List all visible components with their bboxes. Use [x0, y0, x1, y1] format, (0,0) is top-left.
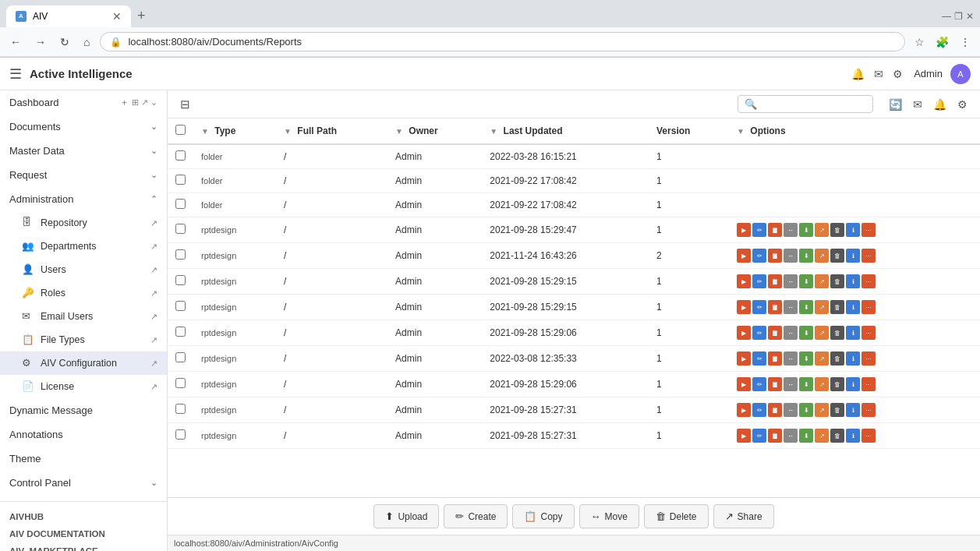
row-checkbox-cell[interactable] — [168, 346, 193, 372]
select-all-checkbox[interactable] — [175, 125, 186, 135]
opt-icon-1[interactable]: ▶ — [737, 326, 751, 340]
opt-icon-5[interactable]: ⬇ — [799, 223, 813, 237]
toolbar-alert-btn[interactable]: 🔔 — [930, 97, 950, 112]
table-row[interactable]: folder / Admin 2021-09-22 17:08:42 1 — [168, 193, 980, 217]
row-checkbox-cell[interactable] — [168, 144, 193, 169]
opt-icon-1[interactable]: ▶ — [737, 249, 751, 263]
table-row[interactable]: rptdesign / Admin 2021-09-28 15:27:31 1 … — [168, 423, 980, 449]
opt-icon-8[interactable]: ℹ — [846, 274, 860, 288]
sidebar-item-administration[interactable]: Administration ⌃ — [0, 187, 167, 211]
maximize-btn[interactable]: ❐ — [954, 11, 963, 22]
opt-icon-1[interactable]: ▶ — [737, 223, 751, 237]
sidebar-sub-item-license[interactable]: 📄 License ↗ — [0, 375, 167, 398]
opt-icon-4[interactable]: ↔ — [784, 274, 798, 288]
toolbar-settings-btn[interactable]: ⚙ — [954, 97, 971, 112]
table-row[interactable]: rptdesign / Admin 2021-09-28 15:29:15 1 … — [168, 295, 980, 320]
opt-icon-2[interactable]: ✏ — [752, 223, 766, 237]
opt-icon-2[interactable]: ✏ — [752, 351, 766, 366]
opt-icon-7[interactable]: 🗑 — [830, 223, 844, 237]
filter-btn[interactable]: ⊟ — [177, 96, 193, 113]
opt-icon-9[interactable]: ⋯ — [861, 326, 876, 340]
sidebar-bottom-aiv-docs[interactable]: AIV DOCUMENTATION — [0, 525, 167, 542]
opt-icon-7[interactable]: 🗑 — [830, 274, 844, 288]
table-row[interactable]: rptdesign / Admin 2022-03-08 12:35:33 1 … — [168, 346, 980, 372]
opt-icon-3[interactable]: 📋 — [768, 249, 782, 263]
sidebar-bottom-aiv-marketplace[interactable]: AIV_MARKETPLACE — [0, 542, 167, 551]
opt-icon-4[interactable]: ↔ — [784, 351, 798, 366]
opt-icon-3[interactable]: 📋 — [768, 377, 782, 391]
opt-icon-7[interactable]: 🗑 — [830, 249, 844, 263]
table-row[interactable]: rptdesign / Admin 2021-09-28 15:29:47 1 … — [168, 217, 980, 243]
opt-icon-4[interactable]: ↔ — [784, 429, 798, 443]
table-row[interactable]: rptdesign / Admin 2021-09-28 15:29:15 1 … — [168, 269, 980, 295]
notification-btn[interactable]: 🔔 — [848, 66, 868, 82]
upload-btn[interactable]: ⬆ Upload — [373, 504, 439, 528]
row-checkbox[interactable] — [175, 224, 186, 234]
delete-btn[interactable]: 🗑 Delete — [644, 504, 709, 528]
sidebar-sub-item-aiv-configuration[interactable]: ⚙ AIV Configuration ↗ — [0, 351, 167, 375]
opt-icon-7[interactable]: 🗑 — [830, 377, 844, 391]
opt-icon-6[interactable]: ↗ — [815, 223, 829, 237]
opt-icon-8[interactable]: ℹ — [846, 429, 860, 443]
settings-btn[interactable]: ⚙ — [890, 66, 906, 82]
row-checkbox[interactable] — [175, 378, 186, 388]
share-btn[interactable]: ↗ Share — [713, 504, 774, 528]
sidebar-sub-item-departments[interactable]: 👥 Departments ↗ — [0, 235, 167, 258]
opt-icon-4[interactable]: ↔ — [784, 377, 798, 391]
opt-icon-2[interactable]: ✏ — [752, 403, 766, 417]
opt-icon-9[interactable]: ⋯ — [861, 300, 876, 314]
row-checkbox-cell[interactable] — [168, 193, 193, 217]
table-row[interactable]: folder / Admin 2021-09-22 17:08:42 1 — [168, 169, 980, 193]
opt-icon-6[interactable]: ↗ — [815, 351, 829, 366]
opt-icon-6[interactable]: ↗ — [815, 274, 829, 288]
full-path-column-header[interactable]: ▼ Full Path — [276, 118, 387, 144]
home-btn[interactable]: ⌂ — [80, 34, 94, 50]
last-updated-column-header[interactable]: ▼ Last Updated — [482, 118, 649, 144]
sidebar-item-dynamic-message[interactable]: Dynamic Message — [0, 398, 167, 422]
row-checkbox[interactable] — [175, 327, 186, 337]
forward-btn[interactable]: → — [31, 34, 50, 50]
row-checkbox-cell[interactable] — [168, 423, 193, 449]
row-checkbox-cell[interactable] — [168, 169, 193, 193]
opt-icon-4[interactable]: ↔ — [784, 223, 798, 237]
opt-icon-6[interactable]: ↗ — [815, 326, 829, 340]
search-box[interactable]: 🔍 — [738, 95, 873, 113]
table-row[interactable]: rptdesign / Admin 2021-11-24 16:43:26 2 … — [168, 243, 980, 269]
opt-icon-3[interactable]: 📋 — [768, 326, 782, 340]
menu-btn[interactable]: ⋮ — [957, 34, 974, 50]
opt-icon-4[interactable]: ↔ — [784, 300, 798, 314]
opt-icon-5[interactable]: ⬇ — [799, 300, 813, 314]
sidebar-sub-item-file-types[interactable]: 📋 File Types ↗ — [0, 328, 167, 351]
toolbar-mail-btn[interactable]: ✉ — [910, 97, 925, 112]
move-btn[interactable]: ↔ Move — [579, 504, 639, 528]
opt-icon-2[interactable]: ✏ — [752, 377, 766, 391]
bookmark-btn[interactable]: ☆ — [911, 34, 928, 50]
opt-icon-9[interactable]: ⋯ — [861, 403, 876, 417]
address-bar[interactable]: 🔒 localhost:8080/aiv/Documents/Reports — [100, 32, 905, 51]
opt-icon-8[interactable]: ℹ — [846, 300, 860, 314]
opt-icon-1[interactable]: ▶ — [737, 351, 751, 366]
row-checkbox[interactable] — [175, 301, 186, 311]
opt-icon-7[interactable]: 🗑 — [830, 351, 844, 366]
opt-icon-8[interactable]: ℹ — [846, 351, 860, 366]
opt-icon-9[interactable]: ⋯ — [861, 429, 876, 443]
opt-icon-8[interactable]: ℹ — [846, 223, 860, 237]
sidebar-sub-item-users[interactable]: 👤 Users ↗ — [0, 258, 167, 281]
opt-icon-9[interactable]: ⋯ — [861, 351, 876, 366]
opt-icon-2[interactable]: ✏ — [752, 429, 766, 443]
opt-icon-3[interactable]: 📋 — [768, 223, 782, 237]
sidebar-item-master-data[interactable]: Master Data ⌄ — [0, 139, 167, 163]
opt-icon-2[interactable]: ✏ — [752, 249, 766, 263]
opt-icon-1[interactable]: ▶ — [737, 377, 751, 391]
row-checkbox-cell[interactable] — [168, 372, 193, 397]
new-tab-btn[interactable]: + — [134, 5, 149, 27]
hamburger-menu-btn[interactable]: ☰ — [9, 65, 22, 83]
version-column-header[interactable]: Version — [649, 118, 729, 144]
opt-icon-3[interactable]: 📋 — [768, 351, 782, 366]
opt-icon-8[interactable]: ℹ — [846, 326, 860, 340]
table-row[interactable]: rptdesign / Admin 2021-09-28 15:29:06 1 … — [168, 372, 980, 397]
opt-icon-6[interactable]: ↗ — [815, 403, 829, 417]
create-btn[interactable]: ✏ Create — [444, 504, 508, 528]
browser-tab[interactable]: A AIV ✕ — [6, 5, 131, 27]
opt-icon-9[interactable]: ⋯ — [861, 223, 876, 237]
